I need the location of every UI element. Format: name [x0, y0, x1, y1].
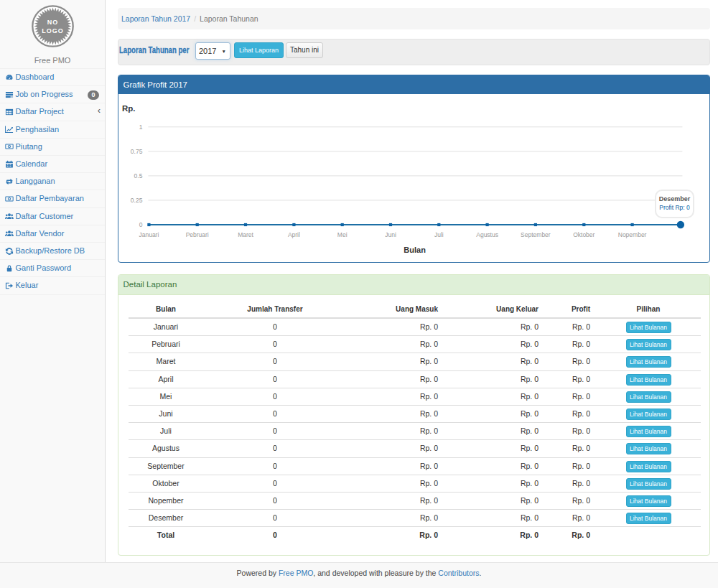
- svg-text:0: 0: [139, 221, 143, 228]
- svg-text:Januari: Januari: [139, 231, 159, 238]
- svg-text:Mei: Mei: [337, 231, 348, 238]
- svg-text:Nopember: Nopember: [618, 231, 647, 238]
- svg-text:0.75: 0.75: [131, 148, 143, 155]
- svg-text:Maret: Maret: [238, 231, 253, 238]
- svg-text:April: April: [288, 231, 300, 238]
- svg-text:NO: NO: [47, 19, 58, 26]
- svg-text:Oktober: Oktober: [573, 231, 595, 238]
- svg-text:Juni: Juni: [385, 231, 396, 238]
- svg-text:0.25: 0.25: [131, 197, 143, 204]
- svg-text:LOGO: LOGO: [42, 27, 64, 34]
- svg-text:0.5: 0.5: [134, 172, 143, 179]
- svg-text:1: 1: [139, 123, 143, 131]
- svg-text:September: September: [521, 231, 551, 238]
- svg-text:Juli: Juli: [434, 231, 444, 238]
- svg-text:Bulan: Bulan: [404, 246, 426, 254]
- svg-text:Rp.: Rp.: [122, 104, 136, 113]
- svg-text:Agustus: Agustus: [476, 231, 498, 238]
- svg-text:Pebruari: Pebruari: [186, 231, 209, 238]
